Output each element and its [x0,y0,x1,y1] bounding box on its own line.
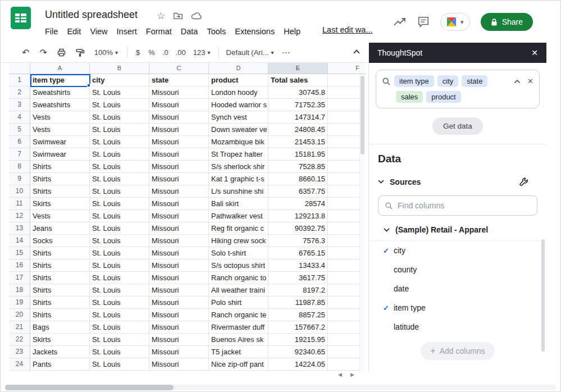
cell-product[interactable]: London hoody [209,86,268,99]
join-call-button[interactable]: ▾ [440,13,470,31]
cell-state[interactable]: Missouri [149,111,209,124]
cell-city[interactable]: St. Louis [90,111,149,124]
vertical-scrollbar-thumb[interactable] [361,76,364,154]
cell-city[interactable]: St. Louis [90,161,149,173]
cell-city[interactable]: St. Louis [90,210,149,222]
font-select[interactable]: Default (Ari...▾ [226,48,274,57]
cell-state[interactable]: Missouri [149,284,209,297]
cell-city[interactable]: St. Louis [90,247,149,259]
cell-city[interactable]: St. Louis [90,136,149,148]
last-edit-link[interactable]: Last edit wa... [322,25,372,34]
cell-product[interactable]: Nice zip-off pant [209,358,268,371]
source-group[interactable]: (Sample) Retail - Apparel [369,225,546,241]
cell-total-sales[interactable]: 30745.8 [268,86,328,99]
cell-total-sales[interactable]: 15181.95 [268,148,328,161]
column-list-item[interactable]: ✓ item type [369,298,546,317]
cloud-status-icon[interactable] [191,11,202,20]
column-header-d[interactable]: D [209,63,268,74]
menu-item[interactable]: Insert [112,25,142,38]
menu-item[interactable]: File [40,25,62,38]
row-number[interactable]: 13 [9,222,30,235]
row-number[interactable]: 21 [9,321,30,334]
cell-state[interactable]: Missouri [149,297,209,309]
cell-product[interactable]: Hiking crew sock [209,235,268,247]
cell-state[interactable]: Missouri [149,358,209,371]
scroll-right-icon[interactable]: ▶ [350,372,354,377]
cell-product[interactable]: Mozambique bik [209,136,268,148]
cell-state[interactable]: Missouri [149,259,209,272]
cell-item-type[interactable]: Skirts [30,334,90,346]
cell-total-sales[interactable]: 3617.75 [268,272,328,284]
menu-item[interactable]: Edit [62,25,85,38]
cell-item-type[interactable]: Skirts [30,198,90,210]
row-number[interactable]: 23 [9,346,30,358]
cell-item-type[interactable]: Shirts [30,284,90,297]
row-number[interactable]: 4 [9,111,30,124]
cell-total-sales[interactable]: 28574 [268,198,328,210]
cell-city[interactable]: St. Louis [90,148,149,161]
cell-product[interactable]: L/s sunshine shi [209,185,268,198]
cell-product[interactable]: Down sweater ve [209,124,268,136]
column-header-c[interactable]: C [149,63,209,74]
query-token[interactable]: product [426,91,460,103]
cell-city[interactable]: St. Louis [90,321,149,334]
cell-state[interactable]: Missouri [149,210,209,222]
print-icon[interactable] [57,48,66,57]
column-header-e[interactable]: E [268,63,328,74]
cell-total-sales[interactable]: 129213.8 [268,210,328,222]
cell-total-sales[interactable]: 7576.3 [268,235,328,247]
row-number[interactable]: 16 [9,259,30,272]
cell-product[interactable]: Synch vest [209,111,268,124]
cell-total-sales[interactable]: 71752.35 [268,99,328,111]
menu-item[interactable]: View [85,25,112,38]
cell-product[interactable]: Pathwalker vest [209,210,268,222]
paint-format-icon[interactable] [75,48,85,57]
cell-city[interactable]: St. Louis [90,284,149,297]
cell-city[interactable]: St. Louis [90,346,149,358]
cell-city[interactable]: St. Louis [90,86,149,99]
cell-state[interactable]: Missouri [149,321,209,334]
cell-state[interactable]: Missouri [149,198,209,210]
cell-item-type-header[interactable]: item type [30,74,90,86]
comment-icon[interactable] [417,16,430,28]
cell-total-sales[interactable]: 92340.65 [268,346,328,358]
cell-total-sales[interactable]: 147314.7 [268,111,328,124]
row-number[interactable]: 9 [9,173,30,185]
more-toolbar-button[interactable]: ⋯ [281,48,290,58]
cell-state[interactable]: Missouri [149,99,209,111]
cell-state[interactable]: Missouri [149,185,209,198]
row-number[interactable]: 6 [9,136,30,148]
cell-state-header[interactable]: state [149,74,209,86]
share-button[interactable]: Share [481,13,533,31]
decrease-decimal-button[interactable]: .0 [162,48,168,57]
cell-item-type[interactable]: Jackets [30,346,90,358]
query-token[interactable]: item type [394,75,434,87]
cell-item-type[interactable]: Shirts [30,161,90,173]
cell-item-type[interactable]: Vests [30,124,90,136]
row-number[interactable]: 1 [9,74,30,86]
cell-product[interactable]: Reg fit organic c [209,222,268,235]
cell-product[interactable]: St Tropez halter [209,148,268,161]
wrench-icon[interactable] [519,177,528,186]
cell-state[interactable]: Missouri [149,346,209,358]
cell-city[interactable]: St. Louis [90,198,149,210]
cell-state[interactable]: Missouri [149,148,209,161]
menu-item[interactable]: Format [142,25,176,38]
row-number[interactable]: 10 [9,185,30,198]
row-number[interactable]: 18 [9,284,30,297]
row-number[interactable]: 8 [9,161,30,173]
currency-format-button[interactable]: $ [136,48,140,57]
menu-item[interactable]: Extensions [230,25,279,38]
collapse-query-icon[interactable] [514,79,521,84]
row-number[interactable]: 2 [9,86,30,99]
cell-product[interactable]: T5 jacket [209,346,268,358]
cell-product[interactable]: Ranch organic te [209,309,268,321]
cell-state[interactable]: Missouri [149,309,209,321]
cell-item-type[interactable]: Swimwear [30,148,90,161]
cell-item-type[interactable]: Shirts [30,272,90,284]
cell-product-header[interactable]: product [209,74,268,86]
column-header-a[interactable]: A [30,63,90,74]
close-icon[interactable]: ✕ [531,48,538,57]
cell-city[interactable]: St. Louis [90,297,149,309]
cell-state[interactable]: Missouri [149,124,209,136]
